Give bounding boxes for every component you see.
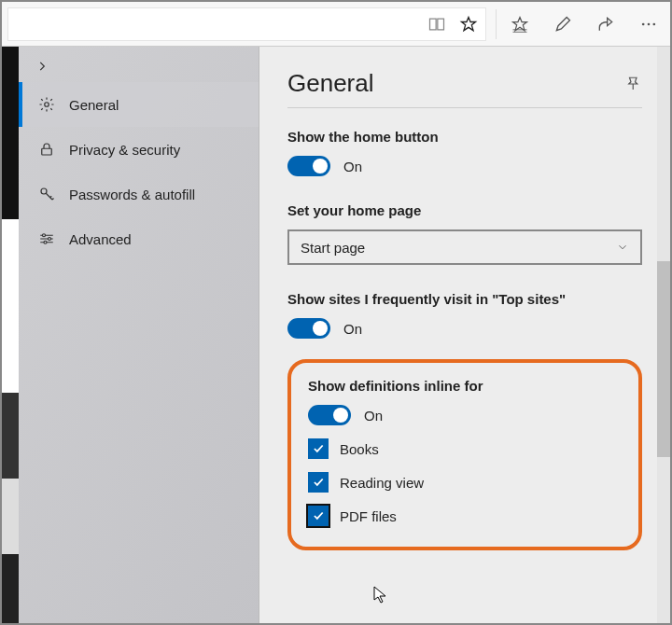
share-button[interactable]: [584, 2, 627, 47]
toggle-state-label: On: [364, 408, 383, 424]
sidebar-item-label: Advanced: [69, 231, 132, 247]
sidebar-item-label: Passwords & autofill: [69, 187, 195, 202]
svg-point-7: [49, 238, 51, 241]
toggle-state-label: On: [343, 159, 362, 174]
more-button[interactable]: [627, 2, 670, 47]
reading-view-icon[interactable]: [427, 15, 446, 34]
collapse-sidebar-button[interactable]: [19, 47, 259, 82]
scrollbar-thumb[interactable]: [657, 261, 670, 457]
sidebar-item-general[interactable]: General: [19, 82, 259, 127]
svg-point-1: [648, 22, 651, 25]
checkbox-label: PDF files: [340, 508, 397, 524]
browser-toolbar: [2, 2, 670, 47]
toggle-state-label: On: [343, 321, 362, 337]
setting-title-top-sites: Show sites I frequently visit in "Top si…: [287, 291, 642, 307]
checkbox-reading-view[interactable]: [308, 472, 329, 493]
sidebar-item-label: Privacy & security: [69, 142, 180, 158]
svg-point-0: [642, 22, 645, 25]
toolbar-divider: [496, 9, 497, 39]
select-value: Start page: [301, 240, 365, 256]
setting-title-home-page: Set your home page: [287, 202, 642, 218]
lock-icon: [37, 140, 56, 159]
sidebar-item-label: General: [69, 97, 119, 113]
checkbox-pdf-files[interactable]: [308, 506, 329, 526]
sidebar-item-passwords[interactable]: Passwords & autofill: [19, 172, 259, 216]
key-icon: [37, 185, 56, 203]
svg-point-3: [45, 103, 49, 107]
page-background-strip: [2, 47, 19, 623]
svg-point-6: [43, 234, 46, 237]
setting-title-home-button: Show the home button: [287, 129, 642, 145]
sliders-icon: [37, 229, 56, 248]
favorite-star-icon[interactable]: [459, 15, 478, 34]
chevron-down-icon: [616, 241, 629, 254]
checkbox-books[interactable]: [308, 438, 329, 459]
sidebar-item-advanced[interactable]: Advanced: [19, 216, 259, 261]
notes-button[interactable]: [541, 2, 584, 47]
checkbox-label: Books: [340, 441, 379, 457]
header-divider: [287, 107, 642, 108]
favorites-button[interactable]: [498, 2, 541, 47]
svg-point-8: [44, 241, 47, 243]
pin-button[interactable]: [625, 76, 642, 92]
toggle-home-button[interactable]: [287, 156, 330, 176]
svg-point-5: [41, 188, 47, 194]
sidebar-item-privacy[interactable]: Privacy & security: [19, 127, 259, 172]
gear-icon: [37, 95, 56, 114]
settings-sidebar: General Privacy & security Passwords & a…: [19, 47, 259, 623]
highlighted-setting-group: Show definitions inline for On Books: [287, 359, 642, 550]
setting-title-definitions: Show definitions inline for: [308, 378, 622, 394]
page-title: General: [287, 69, 374, 98]
settings-main-panel: General Show the home button On Set your…: [259, 47, 670, 623]
toggle-top-sites[interactable]: [287, 318, 330, 339]
checkbox-label: Reading view: [340, 475, 424, 491]
svg-rect-4: [42, 148, 52, 155]
address-bar[interactable]: [7, 7, 486, 41]
toggle-definitions[interactable]: [308, 405, 351, 425]
svg-point-2: [653, 22, 656, 25]
home-page-select[interactable]: Start page: [287, 229, 642, 265]
